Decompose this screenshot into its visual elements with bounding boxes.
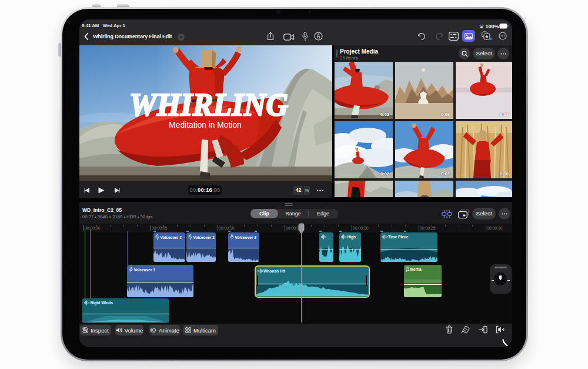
svg-text:100%: 100%	[486, 24, 499, 29]
svg-text:WHIRLING: WHIRLING	[129, 87, 288, 122]
svg-text:Meditation in Motion: Meditation in Motion	[169, 121, 241, 129]
